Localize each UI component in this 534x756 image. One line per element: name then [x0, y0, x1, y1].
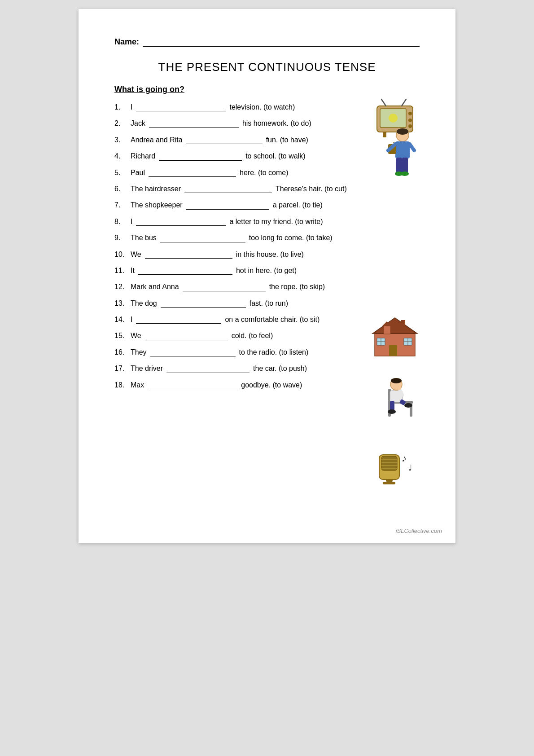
- exercise-number: 3.: [114, 135, 131, 145]
- exercise-completion: too long to come. (to take): [249, 233, 333, 243]
- svg-marker-22: [372, 318, 417, 334]
- exercise-subject: The shopkeeper: [131, 200, 183, 210]
- exercise-subject: The driver: [131, 364, 163, 374]
- exercise-number: 15.: [114, 331, 131, 341]
- exercise-blank: [166, 373, 249, 373]
- exercise-completion: to school. (to walk): [245, 151, 305, 161]
- watermark: iSLCollective.com: [396, 527, 442, 534]
- exercise-completion: his homework. (to do): [242, 119, 311, 128]
- exercise-item: 18.Maxgoodbye. (to wave): [114, 380, 420, 390]
- exercise-subject: The dog: [131, 299, 157, 308]
- exercise-blank: [183, 291, 266, 291]
- exercise-number: 16.: [114, 347, 131, 357]
- svg-point-2: [389, 114, 398, 123]
- exercise-number: 14.: [114, 315, 131, 325]
- exercise-completion: the car. (to push): [253, 364, 307, 374]
- exercise-number: 6.: [114, 184, 131, 194]
- exercise-blank: [145, 258, 232, 259]
- svg-line-3: [381, 99, 386, 106]
- svg-rect-17: [396, 158, 402, 173]
- exercise-completion: Therese's hair. (to cut): [276, 184, 347, 194]
- exercise-number: 17.: [114, 364, 131, 374]
- exercise-item: 6.The hairdresserTherese's hair. (to cut…: [114, 184, 420, 194]
- exercise-item: 9.The bustoo long to come. (to take): [114, 233, 420, 243]
- exercise-subject: We: [131, 331, 141, 341]
- svg-text:♪: ♪: [402, 453, 407, 464]
- exercise-subject: The bus: [131, 233, 157, 243]
- exercise-number: 13.: [114, 299, 131, 308]
- exercise-subject: We: [131, 250, 141, 259]
- exercise-completion: cold. (to feel): [232, 331, 273, 341]
- exercise-completion: fast. (to run): [249, 299, 288, 308]
- exercise-blank: [161, 307, 246, 308]
- radio-illustration: ♪ ♩: [370, 448, 420, 488]
- exercise-completion: a letter to my friend. (to write): [229, 217, 323, 227]
- svg-rect-47: [381, 456, 397, 470]
- exercise-blank: [148, 389, 237, 389]
- exercise-blank: [136, 111, 226, 111]
- name-label: Name:: [114, 37, 139, 47]
- exercise-item: 4.Richardto school. (to walk): [114, 151, 420, 161]
- exercise-completion: to the radio. (to listen): [239, 347, 309, 357]
- exercise-completion: on a comfortable chair. (to sit): [225, 315, 320, 325]
- exercise-completion: the rope. (to skip): [269, 282, 325, 292]
- exercise-subject: I: [131, 102, 132, 112]
- exercise-completion: fun. (to have): [266, 135, 308, 145]
- exercise-subject: Andrea and Rita: [131, 135, 183, 145]
- boy-illustration: [384, 127, 420, 185]
- exercise-blank: [145, 340, 228, 340]
- exercise-subject: It: [131, 266, 135, 276]
- exercise-completion: here. (to come): [240, 168, 288, 178]
- svg-point-7: [408, 112, 412, 115]
- exercise-subject: Paul: [131, 168, 145, 178]
- svg-line-16: [410, 144, 414, 150]
- man-sitting-illustration: [375, 372, 420, 421]
- exercise-item: 11.Ithot in here. (to get): [114, 266, 420, 276]
- exercise-blank: [150, 356, 236, 356]
- exercise-item: 7.The shopkeepera parcel. (to tie): [114, 200, 420, 210]
- svg-rect-23: [389, 345, 397, 356]
- svg-point-44: [388, 409, 396, 414]
- exercise-item: 17.The driverthe car. (to push): [114, 364, 420, 374]
- exercise-blank: [136, 323, 221, 324]
- exercise-number: 10.: [114, 250, 131, 259]
- exercise-number: 1.: [114, 102, 131, 112]
- exercise-completion: goodbye. (to wave): [241, 380, 302, 390]
- exercise-subject: Jack: [131, 119, 145, 128]
- exercise-number: 8.: [114, 217, 131, 227]
- exercise-item: 13.The dogfast. (to run): [114, 299, 420, 308]
- svg-rect-40: [390, 401, 394, 411]
- exercise-item: 10.Wein this house. (to live): [114, 250, 420, 259]
- exercise-item: 8.Ia letter to my friend. (to write): [114, 217, 420, 227]
- svg-point-45: [404, 403, 412, 408]
- svg-point-43: [397, 386, 401, 390]
- svg-point-20: [401, 171, 409, 176]
- exercise-subject: I: [131, 217, 132, 227]
- exercise-subject: I: [131, 315, 132, 325]
- name-line: [143, 36, 420, 47]
- exercise-number: 5.: [114, 168, 131, 178]
- exercise-number: 12.: [114, 282, 131, 292]
- exercise-item: 5.Paulhere. (to come): [114, 168, 420, 178]
- exercise-number: 2.: [114, 119, 131, 128]
- house-illustration: [370, 313, 420, 358]
- exercise-subject: The hairdresser: [131, 184, 181, 194]
- svg-rect-30: [401, 320, 405, 329]
- svg-line-4: [402, 99, 406, 106]
- svg-point-39: [391, 378, 402, 383]
- exercises-container: ♪ ♩ 1.Itelevision. (to watch)2.Jackhis h…: [114, 102, 420, 390]
- exercise-blank: [160, 242, 245, 242]
- exercise-blank: [186, 209, 269, 210]
- exercise-blank: [138, 274, 232, 275]
- svg-point-8: [408, 119, 412, 122]
- exercise-item: 12.Mark and Annathe rope. (to skip): [114, 282, 420, 292]
- exercise-subject: Richard: [131, 151, 155, 161]
- exercise-number: 4.: [114, 151, 131, 161]
- svg-rect-12: [395, 141, 410, 158]
- worksheet-page: Name: THE PRESENT CONTINUOUS TENSE What …: [79, 9, 455, 543]
- exercise-blank: [149, 176, 236, 177]
- svg-rect-34: [410, 401, 412, 417]
- exercise-blank: [184, 193, 272, 193]
- svg-text:♩: ♩: [408, 463, 412, 472]
- svg-point-11: [397, 128, 408, 135]
